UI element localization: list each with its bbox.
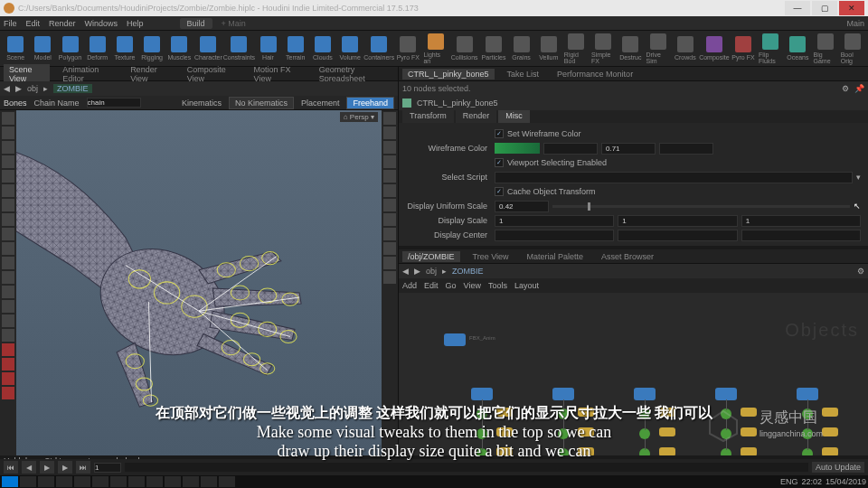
shelf-grains[interactable]: Grains — [509, 33, 533, 65]
tool-icon[interactable] — [2, 213, 14, 226]
shelf-clouds[interactable]: Clouds — [311, 33, 335, 65]
node-null[interactable] — [822, 408, 838, 417]
shelf-constraints[interactable]: Constraints — [225, 33, 252, 65]
nav-back-icon[interactable]: ◀ — [402, 267, 409, 276]
nettab-tree[interactable]: Tree View — [467, 251, 514, 262]
node-null[interactable] — [741, 427, 757, 436]
node-null[interactable] — [822, 427, 838, 436]
ptab-render[interactable]: Render — [456, 110, 497, 123]
new-desktop-tab[interactable]: + Main — [222, 19, 246, 28]
node-null[interactable] — [578, 447, 594, 455]
minimize-button[interactable]: — — [785, 1, 810, 15]
shelf-crowds[interactable]: Crowds — [674, 33, 697, 65]
display-option-icon[interactable] — [383, 155, 396, 168]
shelf-terrain[interactable]: Terrain — [284, 33, 307, 65]
display-option-icon[interactable] — [383, 141, 396, 154]
tool-icon[interactable] — [2, 271, 14, 284]
tool-icon[interactable] — [2, 170, 14, 183]
nettab-mat[interactable]: Material Palette — [522, 251, 590, 262]
pin-icon[interactable]: 📌 — [854, 84, 864, 93]
shelf-texture[interactable]: Texture — [113, 33, 137, 65]
tool-icon[interactable] — [2, 314, 14, 327]
tool-icon[interactable] — [2, 329, 14, 342]
selscript-input[interactable] — [495, 172, 853, 183]
node-null[interactable] — [659, 408, 675, 417]
desktop-build[interactable]: Build — [180, 18, 212, 29]
shelf-drive-sim[interactable]: Drive Sim — [646, 33, 669, 65]
snap-tool-icon[interactable] — [2, 372, 14, 385]
node-ctrl[interactable] — [552, 388, 574, 400]
nav-back-icon[interactable]: ◀ — [4, 84, 10, 93]
snap-tool-icon[interactable] — [2, 358, 14, 371]
display-option-icon[interactable] — [383, 271, 396, 284]
node-null[interactable] — [741, 447, 757, 455]
shelf-vellum[interactable]: Vellum — [537, 33, 561, 65]
tool-icon[interactable] — [2, 228, 14, 240]
dispcenter-y[interactable] — [618, 230, 737, 241]
gear-icon[interactable]: ⚙ — [842, 84, 849, 93]
task-icon[interactable] — [74, 476, 90, 487]
task-icon[interactable] — [20, 476, 36, 487]
shelf-scene[interactable]: Scene — [4, 33, 27, 65]
path-obj[interactable]: obj — [27, 84, 38, 93]
shelf-muscles[interactable]: Muscles — [167, 33, 191, 65]
chain-name-input[interactable] — [87, 98, 141, 108]
display-option-icon[interactable] — [383, 213, 396, 226]
3d-viewport[interactable]: ⌂ Persp ▾ — [0, 110, 398, 455]
node-null[interactable] — [578, 408, 594, 417]
shelf-pyro-fx[interactable]: Pyro FX — [731, 33, 755, 65]
display-option-icon[interactable] — [383, 199, 396, 211]
freehand-btn[interactable]: Freehand — [346, 97, 394, 109]
node-ctrl[interactable] — [634, 388, 656, 400]
scale-tool-icon[interactable] — [2, 155, 14, 168]
cache-check[interactable]: ✓ — [495, 187, 504, 196]
param-tab-perf[interactable]: Performance Monitor — [552, 69, 638, 80]
node-null[interactable] — [496, 408, 513, 417]
node-null[interactable] — [496, 427, 513, 436]
shelf-collisions[interactable]: Collisions — [451, 33, 478, 65]
display-option-icon[interactable] — [383, 184, 396, 197]
tool-icon[interactable] — [2, 257, 14, 269]
net-opt-icon[interactable]: ⚙ — [857, 267, 864, 276]
shelf-big-game[interactable]: Big Game — [813, 33, 836, 65]
task-icon[interactable] — [165, 476, 181, 487]
display-option-icon[interactable] — [383, 112, 396, 125]
timeline-track[interactable] — [125, 463, 808, 472]
node-null[interactable] — [659, 427, 675, 436]
param-tab-ctrl[interactable]: CTRL_L_pinky_bone5 — [402, 69, 495, 80]
display-option-icon[interactable] — [383, 257, 396, 269]
node[interactable] — [444, 333, 466, 346]
menu-edit[interactable]: Edit — [26, 19, 41, 28]
tool-icon[interactable] — [2, 286, 14, 298]
shelf-hair[interactable]: Hair — [256, 33, 279, 65]
task-icon[interactable] — [146, 476, 163, 487]
node-null[interactable] — [659, 447, 675, 455]
no-kinematics-btn[interactable]: No Kinematics — [229, 97, 294, 109]
rotate-tool-icon[interactable] — [2, 141, 14, 154]
shelf-lights-an[interactable]: Lights an — [423, 33, 447, 65]
wirecolor-r[interactable] — [543, 143, 598, 155]
task-icon[interactable] — [201, 476, 217, 487]
nav-fwd-icon[interactable]: ▶ — [414, 267, 420, 276]
shelf-containers[interactable]: Containers — [365, 33, 392, 65]
browse-icon[interactable]: ▾ — [856, 173, 861, 182]
display-option-icon[interactable] — [383, 170, 396, 183]
node-null[interactable] — [741, 408, 757, 417]
dispuni-input[interactable] — [495, 201, 549, 212]
menu-windows[interactable]: Windows — [85, 19, 118, 28]
dispscale-x[interactable] — [495, 215, 614, 227]
netmenu-view[interactable]: View — [464, 281, 481, 290]
wirecolor-b[interactable] — [659, 143, 713, 155]
task-icon[interactable] — [183, 476, 199, 487]
node-ctrl[interactable] — [797, 388, 818, 400]
shelf-rigging[interactable]: Rigging — [140, 33, 164, 65]
maximize-button[interactable]: ▢ — [812, 1, 837, 15]
menu-render[interactable]: Render — [49, 19, 76, 28]
display-option-icon[interactable] — [383, 228, 396, 240]
shelf-polygon[interactable]: Polygon — [58, 33, 81, 65]
dispcenter-z[interactable] — [741, 230, 861, 241]
ptab-transform[interactable]: Transform — [402, 110, 454, 123]
auto-update-btn[interactable]: Auto Update — [812, 462, 864, 473]
nettab-asset[interactable]: Asset Browser — [596, 251, 659, 262]
ptab-misc[interactable]: Misc — [498, 110, 530, 123]
